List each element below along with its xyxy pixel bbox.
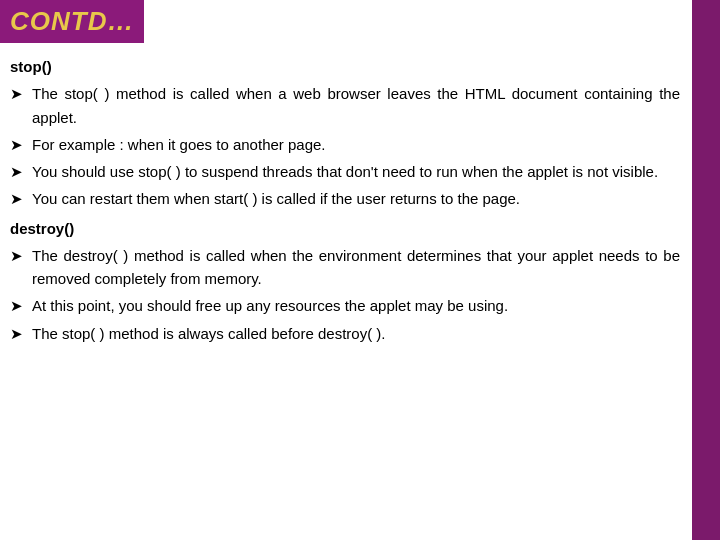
bullet-icon-5: ➤ (10, 244, 32, 267)
bullet-icon-1: ➤ (10, 82, 32, 105)
bullet-icon-4: ➤ (10, 187, 32, 210)
list-item: ➤ The destroy( ) method is called when t… (10, 244, 680, 291)
list-item: ➤ You can restart them when start( ) is … (10, 187, 680, 210)
list-item: ➤ For example : when it goes to another … (10, 133, 680, 156)
bullet-icon-6: ➤ (10, 294, 32, 317)
title-area: CONTD… (0, 0, 144, 43)
bullet-text-1: The stop( ) method is called when a web … (32, 82, 680, 129)
bullet-text-7: The stop( ) method is always called befo… (32, 322, 680, 345)
list-item: ➤ The stop( ) method is always called be… (10, 322, 680, 345)
section-heading-destroy: destroy() (10, 217, 680, 240)
main-content: stop() ➤ The stop( ) method is called wh… (0, 43, 720, 359)
bullet-text-2: For example : when it goes to another pa… (32, 133, 680, 156)
bullet-icon-7: ➤ (10, 322, 32, 345)
bullet-icon-2: ➤ (10, 133, 32, 156)
bullet-text-6: At this point, you should free up any re… (32, 294, 680, 317)
list-item: ➤ The stop( ) method is called when a we… (10, 82, 680, 129)
sidebar-decoration (692, 0, 720, 540)
bullet-text-5: The destroy( ) method is called when the… (32, 244, 680, 291)
bullet-text-4: You can restart them when start( ) is ca… (32, 187, 680, 210)
bullet-text-3: You should use stop( ) to suspend thread… (32, 160, 680, 183)
list-item: ➤ You should use stop( ) to suspend thre… (10, 160, 680, 183)
page-title: CONTD… (10, 6, 134, 36)
list-item: ➤ At this point, you should free up any … (10, 294, 680, 317)
bullet-icon-3: ➤ (10, 160, 32, 183)
section-heading-stop: stop() (10, 55, 680, 78)
